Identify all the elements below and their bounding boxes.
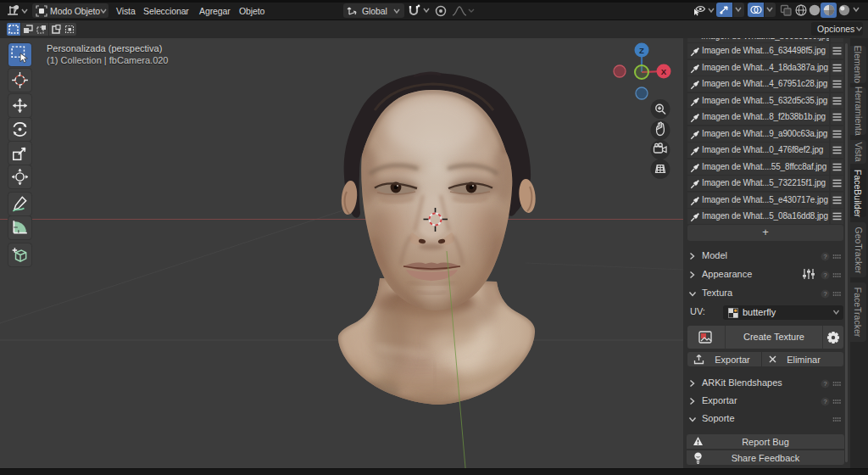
svg-text:?: ? [823, 271, 826, 279]
svg-text:?: ? [823, 253, 826, 260]
svg-text:?: ? [823, 398, 826, 405]
svg-text:X: X [661, 67, 667, 76]
svg-text:?: ? [823, 380, 826, 388]
svg-text:Z: Z [639, 46, 644, 55]
svg-text:?: ? [823, 290, 826, 298]
